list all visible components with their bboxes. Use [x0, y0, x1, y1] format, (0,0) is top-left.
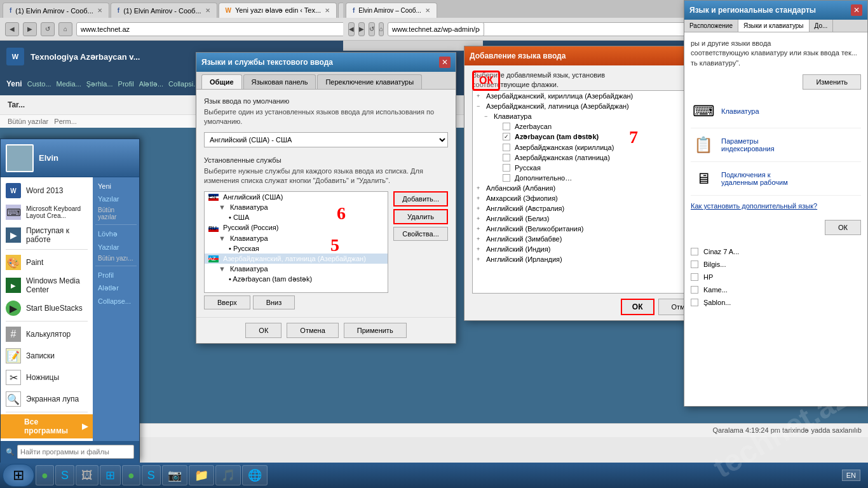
sm-item-keyboard[interactable]: ⌨ Microsoft Keyboard Layout Crea... [1, 201, 93, 223]
home-btn-1[interactable]: ⌂ [58, 22, 72, 36]
media-link[interactable]: Media... [57, 80, 81, 88]
azerbaycan-tam-checkbox[interactable]: ✓ [503, 133, 510, 140]
move-down-btn[interactable]: Вниз [253, 295, 295, 309]
sm-item-all-programs[interactable]: Все программы ▶ [1, 414, 93, 438]
bilgis-checkbox[interactable] [691, 261, 698, 268]
back-btn-2[interactable]: ◀ [348, 22, 355, 36]
reload-btn-1[interactable]: ↺ [41, 22, 55, 36]
tree-albanian[interactable]: + Албанский (Албания) [473, 183, 709, 193]
cinaz-item[interactable]: Cinaz 7 A... [691, 245, 861, 258]
tree-russkaya[interactable]: Русская [473, 163, 709, 173]
properties-service-btn[interactable]: Свойства... [393, 227, 448, 241]
taskbar-media[interactable]: 🎵 [215, 465, 241, 485]
tree-az-cyr[interactable]: Азербайджанская (кириллица) [473, 142, 709, 152]
sm-right-alətlər[interactable]: Alətlər [93, 281, 139, 295]
taskbar-skype[interactable]: S [55, 465, 74, 485]
move-up-btn[interactable]: Вверх [204, 295, 250, 309]
tab-location[interactable]: Расположение [684, 20, 738, 32]
tree-azerbaycan-tam[interactable]: ✓ Azərbaycan (tam dəstək) [473, 132, 709, 142]
cinaz-checkbox[interactable] [691, 248, 698, 255]
sm-item-wmc[interactable]: ▶ Windows Media Center [1, 273, 93, 297]
lang-apply-btn[interactable]: Применить [344, 323, 407, 338]
azerbaycan-checkbox[interactable] [503, 123, 510, 130]
hp-item[interactable]: HP [691, 271, 861, 283]
sm-item-paint[interactable]: 🎨 Paint [1, 252, 93, 273]
sm-right-yazılar[interactable]: Yazılar [93, 193, 139, 205]
hp-checkbox[interactable] [691, 273, 698, 281]
tab-extra[interactable]: До... [810, 20, 834, 32]
lang-tree[interactable]: + Азербайджанский, кириллица (Азербайджа… [472, 90, 710, 294]
lang-ru[interactable]: RU Русский (Россия) [205, 222, 388, 233]
sm-item-getstarted[interactable]: ▶ Приступая к работе [1, 223, 93, 247]
add-lang-ok-btn[interactable]: ОК [621, 299, 654, 315]
tree-en-gb[interactable]: + Английский (Великобритания) [473, 224, 709, 234]
şərhlar-link[interactable]: Şərhla... [86, 80, 113, 88]
forward-btn-1[interactable]: ▶ [23, 22, 37, 36]
sm-item-bluestacks[interactable]: ▶ Start BlueStacks [1, 297, 93, 319]
tab-3-close[interactable]: ✕ [325, 7, 330, 14]
sm-item-magnifier[interactable]: 🔍 Экранная лупа [1, 388, 93, 410]
tab-2-close[interactable]: ✕ [205, 7, 210, 14]
taskbar-skype2[interactable]: S [142, 465, 161, 485]
tab-2[interactable]: f (1) Elvin Amirov - Сооб... ✕ [111, 3, 217, 18]
en-keyboard-group[interactable]: ▼ Клавиатура [205, 202, 388, 212]
az-cyr-checkbox[interactable] [503, 144, 510, 151]
en-usa-item[interactable]: • США [205, 212, 388, 222]
default-lang-dropdown[interactable]: Английский (США) - США [204, 132, 448, 147]
sm-item-calc[interactable]: # Калькулятор [1, 323, 93, 345]
sm-item-word[interactable]: W Word 2013 [1, 180, 93, 201]
sm-item-notes[interactable]: 📝 Записки [1, 345, 93, 367]
sm-right-yazılar2[interactable]: Yazılar [93, 241, 139, 254]
cp-indexing[interactable]: 📋 Параметрыиндексирования [691, 128, 861, 162]
tab-general[interactable]: Общие [201, 74, 242, 89]
kame-checkbox[interactable] [691, 286, 698, 294]
ru-keyboard-group[interactable]: ▼ Клавиатура [205, 233, 388, 243]
lang-ok-btn[interactable]: ОК [245, 323, 281, 338]
install-lang-link[interactable]: Как установить дополнительный язык? [691, 202, 817, 210]
tree-en-aus[interactable]: + Английский (Австралия) [473, 203, 709, 214]
tab-keyboard-switch[interactable]: Переключение клавиатуры [317, 74, 422, 89]
right-panel-close[interactable]: ✕ [851, 4, 862, 16]
dialog-lang-close[interactable]: ✕ [439, 57, 451, 68]
bilgis-item[interactable]: Bilgis... [691, 258, 861, 271]
tree-az-cyrillic[interactable]: + Азербайджанский, кириллица (Азербайджа… [473, 91, 709, 101]
ru-russian-item[interactable]: • Русская [205, 243, 388, 254]
tab-langs-keyboards[interactable]: Языки и клавиатуры [738, 20, 810, 32]
taskbar-network[interactable]: 🌐 [242, 465, 268, 485]
sm-right-collapse[interactable]: Collapse... [93, 295, 139, 308]
tree-az-lat[interactable]: Азербайджанская (латиница) [473, 152, 709, 163]
tab-1[interactable]: f (1) Elvin Amirov - Сооб... ✕ [3, 3, 109, 18]
right-panel-ok-btn[interactable]: ОК [825, 220, 861, 235]
tree-en-zim[interactable]: + Английский (Зимбабве) [473, 234, 709, 244]
delete-service-btn[interactable]: Удалить [393, 209, 448, 224]
cp-remote[interactable]: 🖥 Подключения кудаленным рабочим [691, 162, 861, 196]
custom-link[interactable]: Custo... [27, 80, 51, 88]
back-btn-1[interactable]: ◀ [5, 22, 19, 36]
az-lat-checkbox[interactable] [503, 154, 510, 161]
tree-keyboard-group[interactable]: − Клавиатура [473, 111, 709, 121]
home-btn-2[interactable]: ⌂ [379, 22, 384, 36]
sm-right-lövhə[interactable]: Lövhə [93, 227, 139, 241]
services-list[interactable]: EN Английский (США) ▼ Клавиатура • США [204, 191, 388, 293]
az-keyboard-group[interactable]: ▼ Клавиатура [205, 264, 388, 274]
search-input[interactable] [17, 445, 134, 459]
tree-en-ireland[interactable]: + Английский (Ирландия) [473, 254, 709, 264]
profil-link[interactable]: Profil [118, 80, 134, 88]
taskbar-gallery[interactable]: 🖼 [76, 465, 98, 485]
izmenit-btn[interactable]: Изменить [803, 74, 861, 90]
taskbar-files[interactable]: 📁 [189, 465, 214, 485]
taskbar-chrome2[interactable]: ● [122, 465, 140, 485]
taskbar-chrome[interactable]: ● [36, 465, 54, 485]
tree-dopolnitelno[interactable]: Дополнительно… [473, 173, 709, 183]
reload-btn-2[interactable]: ↺ [369, 22, 375, 36]
tab-3[interactable]: W Yeni yazı əlavə edin ‹ Tex... ✕ [219, 3, 337, 18]
sm-right-yeni[interactable]: Yeni [93, 180, 139, 193]
taskbar-photo[interactable]: 📷 [162, 465, 187, 485]
tab-1-close[interactable]: ✕ [97, 7, 102, 14]
lang-az[interactable]: AZ Азербайджанский, латиница (Азербайджа… [205, 254, 388, 264]
add-service-btn[interactable]: Добавить... [393, 191, 448, 207]
lang-en[interactable]: EN Английский (США) [205, 192, 388, 203]
dopolnitelno-checkbox[interactable] [503, 174, 510, 182]
cp-keyboard[interactable]: ⌨ Клавиатура [691, 95, 861, 128]
sm-right-profil[interactable]: Profil [93, 269, 139, 281]
